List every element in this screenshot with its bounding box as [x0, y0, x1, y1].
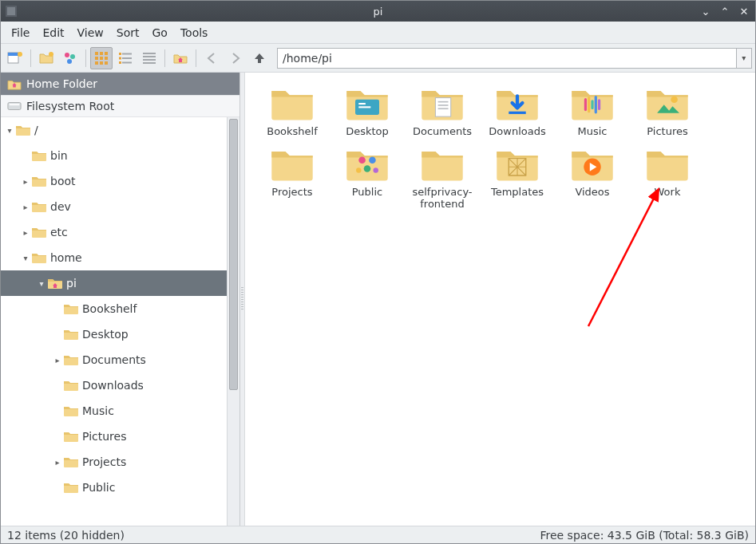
address-history-dropdown[interactable]: ▾ [737, 48, 752, 69]
item-downloads[interactable]: Downloads [480, 84, 555, 138]
menu-tools[interactable]: Tools [175, 24, 214, 41]
home-button[interactable] [169, 47, 192, 69]
item-label: Desktop [346, 125, 389, 138]
svg-rect-28 [8, 103, 21, 110]
status-space: Free space: 43.5 GiB (Total: 58.3 GiB) [540, 529, 749, 542]
svg-point-8 [67, 59, 72, 64]
status-items: 12 items (20 hidden) [7, 529, 125, 542]
svg-rect-31 [358, 103, 366, 104]
tree-node-home[interactable]: ▾home [1, 245, 227, 270]
item-label: Documents [413, 125, 472, 138]
item-music[interactable]: Music [555, 84, 630, 138]
item-label: Projects [271, 186, 312, 199]
tree-node-documents[interactable]: ▸Documents [1, 347, 227, 373]
tree-node-etc[interactable]: ▸etc [1, 219, 227, 245]
window-controls: ⌄ ⌃ ✕ [699, 6, 750, 18]
item-documents[interactable]: Documents [405, 84, 480, 138]
svg-rect-37 [509, 112, 525, 114]
places-fsroot[interactable]: Filesystem Root [1, 95, 239, 117]
svg-rect-17 [105, 61, 108, 65]
separator [164, 49, 165, 67]
back-button[interactable] [200, 47, 223, 69]
window-maximize-icon[interactable]: ⌃ [718, 6, 731, 18]
folder-icon [492, 144, 543, 183]
svg-rect-18 [119, 53, 121, 55]
folder-icon [342, 144, 393, 183]
svg-rect-13 [100, 57, 103, 60]
tree-node-downloads[interactable]: Downloads [1, 373, 227, 398]
icon-view-button[interactable] [90, 47, 113, 69]
window-minimize-icon[interactable]: ⌄ [699, 6, 712, 18]
tree-node-pictures[interactable]: Pictures [1, 424, 227, 449]
tree-node-projects[interactable]: ▸Projects [1, 449, 227, 475]
menu-go[interactable]: Go [147, 24, 173, 41]
folder-icon [567, 144, 618, 183]
svg-point-4 [18, 52, 22, 57]
svg-rect-12 [95, 57, 98, 60]
svg-point-38 [671, 96, 678, 103]
window-close-icon[interactable]: ✕ [738, 6, 750, 18]
tree-node-dev[interactable]: ▸dev [1, 194, 227, 219]
places-pane: Home Folder Filesystem Root ▾/bin▸boot▸d… [1, 73, 240, 526]
folder-icon [642, 84, 693, 122]
tree-node-music[interactable]: Music [1, 398, 227, 424]
svg-rect-15 [95, 61, 98, 65]
menu-sort[interactable]: Sort [111, 24, 145, 41]
places-home[interactable]: Home Folder [1, 73, 239, 95]
svg-rect-19 [122, 53, 132, 54]
item-work[interactable]: Work [630, 144, 705, 211]
directory-tree[interactable]: ▾/bin▸boot▸dev▸etc▾home▾piBookshelfDeskt… [1, 117, 227, 526]
svg-rect-1 [7, 7, 15, 15]
item-bookshelf[interactable]: Bookshelf [255, 84, 330, 138]
tree-node-root[interactable]: ▾/ [1, 117, 227, 143]
tree-node-boot[interactable]: ▸boot [1, 168, 227, 194]
list-view-button[interactable] [138, 47, 160, 69]
svg-rect-16 [100, 61, 103, 65]
svg-rect-11 [105, 52, 108, 55]
folder-icon [342, 84, 393, 122]
tree-node-bookshelf[interactable]: Bookshelf [1, 296, 227, 321]
item-label: Music [578, 125, 608, 138]
svg-rect-9 [95, 52, 98, 55]
app-icon [6, 6, 17, 17]
svg-point-40 [369, 156, 376, 164]
item-selfprivacy-frontend[interactable]: selfprivacy-frontend [405, 144, 480, 211]
new-folder-button[interactable] [35, 47, 57, 69]
item-label: selfprivacy-frontend [405, 186, 480, 211]
folder-icon [267, 144, 318, 183]
svg-rect-35 [438, 104, 449, 106]
new-tab-button[interactable] [4, 47, 26, 69]
svg-rect-34 [438, 101, 449, 103]
folder-icon [492, 84, 543, 122]
folder-content[interactable]: Bookshelf Desktop Documents Downloads Mu… [245, 73, 755, 526]
tree-scrollbar[interactable] [227, 117, 239, 526]
places-home-label: Home Folder [26, 77, 97, 90]
item-public[interactable]: Public [330, 144, 405, 211]
tree-node-bin[interactable]: bin [1, 143, 227, 168]
folder-icon [417, 144, 468, 183]
tree-node-desktop[interactable]: Desktop [1, 321, 227, 347]
item-videos[interactable]: Videos [555, 144, 630, 211]
properties-button[interactable] [59, 47, 81, 69]
svg-rect-26 [143, 59, 156, 61]
item-desktop[interactable]: Desktop [330, 84, 405, 138]
svg-rect-3 [8, 53, 18, 56]
folder-icon [417, 84, 468, 122]
tree-node-pi[interactable]: ▾pi [1, 270, 227, 296]
forward-button[interactable] [224, 47, 247, 69]
item-pictures[interactable]: Pictures [630, 84, 705, 138]
tree-node-public[interactable]: Public [1, 475, 227, 500]
menu-edit[interactable]: Edit [37, 24, 69, 41]
svg-rect-25 [143, 56, 156, 57]
item-templates[interactable]: Templates [480, 144, 555, 211]
svg-rect-32 [358, 106, 370, 108]
compact-view-button[interactable] [114, 47, 137, 69]
titlebar: pi ⌄ ⌃ ✕ [1, 1, 755, 22]
svg-rect-14 [105, 57, 108, 60]
svg-rect-10 [100, 52, 103, 55]
address-input[interactable] [277, 48, 737, 69]
item-projects[interactable]: Projects [255, 144, 330, 211]
up-button[interactable] [248, 47, 271, 69]
menu-view[interactable]: View [72, 24, 109, 41]
menu-file[interactable]: File [6, 24, 35, 41]
